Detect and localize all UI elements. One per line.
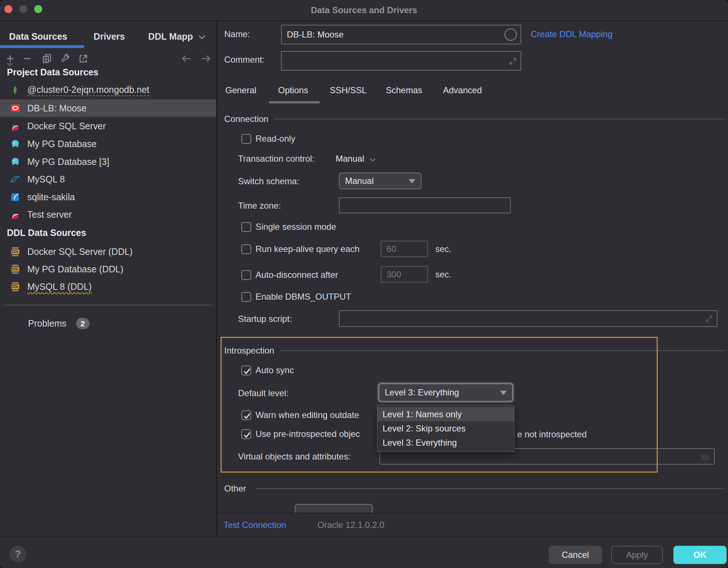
expand-editor-icon[interactable] — [508, 56, 518, 66]
time-zone-input[interactable] — [339, 197, 511, 213]
driver-version-label: Oracle 12.1.0.2.0 — [317, 520, 384, 530]
list-item-my-pg-database-ddl[interactable]: DDL My PG Database (DDL) — [0, 260, 216, 278]
keep-alive-seconds-input[interactable]: 60 — [381, 241, 428, 257]
dbms-output-checkbox[interactable] — [241, 292, 251, 302]
list-item-mongodb[interactable]: @cluster0-2ejqn.mongodb.net — [0, 82, 216, 99]
list-item-docker-sql-server[interactable]: Docker SQL Server — [0, 117, 216, 135]
list-item-mysql-8[interactable]: MySQL 8 — [0, 170, 216, 188]
auto-sync-checkbox[interactable] — [241, 366, 251, 375]
oracle-icon — [11, 103, 20, 113]
list-item-sqlite-sakila[interactable]: sqlite-sakila — [0, 188, 216, 206]
default-level-select[interactable]: Level 3: Everything — [379, 383, 513, 402]
folder-icon[interactable] — [700, 452, 711, 461]
warn-outdated-checkbox-row[interactable]: Warn when editing outdate — [241, 410, 359, 421]
keep-alive-unit-label: sec. — [435, 244, 451, 254]
keep-alive-checkbox-row[interactable]: Run keep-alive query each — [241, 244, 360, 255]
virtual-objects-label: Virtual objects and attributes: — [238, 451, 351, 462]
tab-advanced[interactable]: Advanced — [443, 85, 482, 95]
apply-button[interactable]: Apply — [611, 546, 663, 564]
read-only-checkbox[interactable] — [241, 134, 251, 144]
list-item-my-pg-database-3[interactable]: My PG Database [3] — [0, 153, 216, 170]
ddl-badge-icon: DDL — [11, 282, 20, 291]
help-button[interactable]: ? — [9, 546, 26, 563]
transaction-control-label: Transaction control: — [238, 154, 314, 164]
name-label: Name: — [224, 29, 250, 39]
introspection-section-line — [280, 350, 724, 351]
mongodb-icon — [11, 86, 20, 95]
keep-alive-checkbox[interactable] — [241, 244, 251, 254]
list-item-oracle-selected[interactable]: DB-LB: Moose — [0, 99, 216, 117]
active-tab-indicator — [0, 45, 84, 48]
remove-icon[interactable] — [23, 54, 32, 63]
forward-arrow-icon[interactable] — [201, 55, 211, 63]
title-bar: Data Sources and Drivers — [0, 0, 728, 21]
duplicate-icon[interactable] — [42, 54, 52, 63]
dialog-button-bar: ? Cancel Apply OK — [0, 536, 728, 568]
auto-disconnect-checkbox[interactable] — [241, 270, 251, 280]
svg-text:DDL: DDL — [12, 285, 19, 289]
single-session-checkbox[interactable] — [241, 222, 251, 232]
name-field-spinner-icon — [505, 28, 517, 41]
read-only-checkbox-row[interactable]: Read-only — [241, 133, 295, 144]
use-preintrospected-checkbox[interactable] — [241, 429, 251, 439]
window-title: Data Sources and Drivers — [0, 5, 728, 15]
chevron-down-icon — [198, 31, 206, 42]
svg-text:DDL: DDL — [12, 250, 19, 254]
time-zone-label: Time zone: — [238, 201, 281, 211]
tab-ddl-mappings[interactable]: DDL Mapp — [148, 31, 206, 42]
transaction-chevron-icon[interactable] — [369, 158, 376, 162]
sidebar-tab-bar: Data Sources Drivers DDL Mapp — [0, 22, 216, 50]
options-panel: Name: DB-LB: Moose Create DDL Mapping Co… — [217, 20, 728, 513]
connection-section-line — [275, 119, 724, 119]
ddl-badge-icon: DDL — [11, 264, 20, 274]
test-connection-link[interactable]: Test Connection — [223, 520, 286, 530]
cut-off-button[interactable] — [295, 504, 373, 513]
dropdown-option-level-2[interactable]: Level 2: Skip sources — [377, 421, 514, 435]
use-preintrospected-checkbox-row[interactable]: Use pre-introspected objec — [241, 429, 360, 439]
transaction-control-value[interactable]: Manual — [336, 154, 364, 164]
sqlserver-icon — [11, 121, 20, 131]
list-item-docker-sql-server-ddl[interactable]: DDL Docker SQL Server (DDL) — [0, 243, 216, 260]
sidebar: Data Sources Drivers DDL Mapp Project Da… — [0, 22, 216, 536]
list-item-mysql-8-ddl[interactable]: DDL MySQL 8 (DDL) — [0, 278, 216, 295]
dropdown-option-level-1[interactable]: Level 1: Names only — [377, 407, 514, 421]
tab-options[interactable]: Options — [278, 85, 308, 95]
single-session-checkbox-row[interactable]: Single session mode — [241, 221, 336, 232]
dropdown-arrow-icon — [500, 391, 507, 395]
problems-count-badge: 2 — [76, 318, 90, 329]
export-icon[interactable] — [79, 54, 88, 63]
name-input[interactable]: DB-LB: Moose — [281, 25, 521, 44]
startup-script-label: Startup script: — [238, 314, 292, 324]
dropdown-option-level-3[interactable]: Level 3: Everything — [377, 435, 514, 450]
comment-input[interactable] — [281, 51, 521, 71]
sidebar-divider — [3, 305, 213, 305]
switch-schema-select[interactable]: Manual — [339, 173, 422, 189]
auto-sync-checkbox-row[interactable]: Auto sync — [241, 365, 294, 376]
data-sources-dialog: Data Sources and Drivers Data Sources Dr… — [0, 0, 728, 568]
switch-schema-label: Switch schema: — [238, 176, 299, 186]
create-ddl-mapping-link[interactable]: Create DDL Mapping — [531, 29, 613, 39]
wrench-icon[interactable] — [60, 54, 70, 63]
sqlite-icon — [11, 192, 20, 202]
tab-general[interactable]: General — [225, 85, 256, 95]
other-section-line — [256, 488, 724, 489]
auto-disconnect-seconds-input[interactable]: 300 — [381, 266, 428, 283]
active-form-tab-indicator — [269, 101, 320, 103]
connection-status-row: Test Connection Oracle 12.1.0.2.0 — [216, 513, 728, 536]
warn-outdated-checkbox[interactable] — [241, 410, 251, 420]
tab-schemas[interactable]: Schemas — [386, 85, 422, 95]
back-arrow-icon[interactable] — [181, 55, 192, 63]
tab-ssh-ssl[interactable]: SSH/SSL — [330, 85, 367, 95]
list-item-my-pg-database[interactable]: My PG Database — [0, 135, 216, 153]
ok-button[interactable]: OK — [673, 546, 727, 564]
cancel-button[interactable]: Cancel — [549, 546, 602, 564]
tab-data-sources[interactable]: Data Sources — [9, 31, 67, 42]
startup-script-input[interactable] — [339, 310, 717, 327]
auto-disconnect-checkbox-row[interactable]: Auto-disconnect after — [241, 269, 338, 280]
expand-editor-icon[interactable] — [704, 314, 714, 324]
use-preintrospected-label-tail: e not introspected — [517, 429, 587, 439]
tab-drivers[interactable]: Drivers — [94, 31, 125, 42]
dbms-output-checkbox-row[interactable]: Enable DBMS_OUTPUT — [241, 291, 351, 302]
list-item-test-server[interactable]: Test server — [0, 206, 216, 223]
problems-item[interactable]: Problems 2 — [28, 318, 90, 329]
